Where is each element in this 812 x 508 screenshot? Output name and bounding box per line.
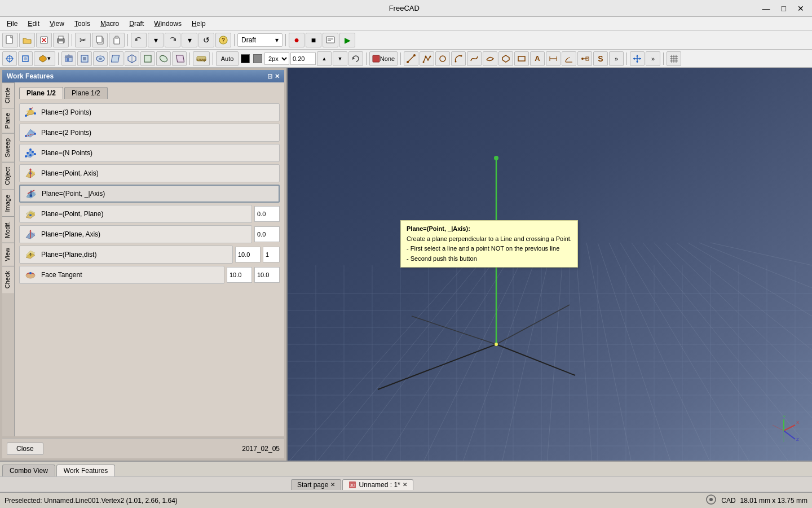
line-value-down[interactable]: ▼ bbox=[333, 51, 347, 66]
plane-2-points-button[interactable]: Plane=(2 Points) bbox=[19, 124, 280, 142]
plane-plax-input[interactable]: 0.0 bbox=[254, 226, 280, 242]
menu-draft[interactable]: Draft bbox=[125, 19, 148, 29]
print-button[interactable] bbox=[53, 33, 69, 47]
vtab-object[interactable]: Object bbox=[2, 162, 14, 190]
close-button[interactable]: ✕ bbox=[794, 4, 807, 13]
line-value-up[interactable]: ▲ bbox=[317, 51, 332, 66]
start-page-close[interactable]: ✕ bbox=[330, 481, 335, 488]
snap-grid-button[interactable] bbox=[667, 51, 681, 66]
new-file-button[interactable] bbox=[2, 33, 18, 47]
auto-button[interactable]: Auto bbox=[216, 51, 239, 66]
text-tool[interactable]: A bbox=[530, 51, 545, 66]
face-tangent-input1[interactable]: 10.0 bbox=[227, 267, 252, 283]
macro-edit-button[interactable] bbox=[323, 33, 338, 47]
angle-tool[interactable] bbox=[562, 51, 576, 66]
vtab-circle[interactable]: Circle bbox=[2, 82, 14, 108]
paste-button[interactable] bbox=[109, 33, 125, 47]
vtab-view[interactable]: View bbox=[2, 243, 14, 266]
wf-float-button[interactable]: ⊡ bbox=[267, 73, 272, 80]
more-tools-1[interactable]: S bbox=[593, 51, 608, 66]
tab-plane-2[interactable]: Plane 1/2 bbox=[64, 87, 108, 99]
view-top[interactable] bbox=[93, 51, 108, 66]
face-tangent-input2[interactable]: 10.0 bbox=[254, 267, 280, 283]
menu-view[interactable]: View bbox=[45, 19, 69, 29]
label-tool[interactable] bbox=[577, 51, 592, 66]
view-back[interactable] bbox=[140, 51, 155, 66]
view-front[interactable] bbox=[77, 51, 92, 66]
toggle-snap[interactable]: snap bbox=[193, 51, 210, 66]
line-tool[interactable] bbox=[404, 51, 418, 66]
wire-tool[interactable] bbox=[420, 51, 434, 66]
line-width-select[interactable]: 2px bbox=[264, 52, 289, 65]
undo-dropdown[interactable]: ▾ bbox=[148, 33, 164, 47]
view-home[interactable] bbox=[61, 51, 76, 66]
view-fit-all[interactable] bbox=[2, 51, 17, 66]
sync-view[interactable] bbox=[348, 51, 363, 66]
plane-point-axis-button[interactable]: Plane=(Point, Axis) bbox=[19, 164, 280, 182]
wf-close-button[interactable]: ✕ bbox=[275, 73, 280, 80]
menu-file[interactable]: File bbox=[2, 19, 22, 29]
open-file-button[interactable] bbox=[19, 33, 35, 47]
vtab-image[interactable]: Image bbox=[2, 190, 14, 217]
view-left[interactable] bbox=[172, 51, 187, 66]
redo-dropdown[interactable]: ▾ bbox=[182, 33, 197, 47]
plane-plane-axis-button[interactable]: Plane=(Plane, Axis) bbox=[19, 225, 252, 243]
menu-windows[interactable]: Windows bbox=[149, 19, 186, 29]
menu-macro[interactable]: Macro bbox=[96, 19, 123, 29]
refresh-button[interactable]: ↺ bbox=[198, 33, 214, 47]
plane-3-points-button[interactable]: Plane=(3 Points) bbox=[19, 103, 280, 121]
arc-tool[interactable] bbox=[451, 51, 466, 66]
3d-viewport[interactable]: Plane=(Point, _|Axis): Create a plane pe… bbox=[288, 68, 812, 461]
vtab-check[interactable]: Check bbox=[2, 266, 14, 293]
minimize-button[interactable]: — bbox=[759, 4, 774, 13]
stop-button[interactable]: ■ bbox=[306, 33, 321, 47]
circle-tool[interactable] bbox=[435, 51, 450, 66]
cut-button[interactable]: ✂ bbox=[75, 33, 91, 47]
plane-point-plane-button[interactable]: Plane=(Point, Plane) bbox=[19, 205, 252, 223]
close-file-button[interactable] bbox=[36, 33, 52, 47]
menu-edit[interactable]: Edit bbox=[23, 19, 44, 29]
start-page-tab[interactable]: Start page ✕ bbox=[291, 479, 341, 490]
menu-help[interactable]: Help bbox=[187, 19, 210, 29]
workbench-dropdown[interactable]: Draft ▾ bbox=[237, 33, 283, 47]
view-isometric[interactable] bbox=[125, 51, 139, 66]
unnamed-close[interactable]: ✕ bbox=[403, 481, 407, 488]
face-tangent-button[interactable]: Face Tangent bbox=[19, 266, 224, 284]
none-button[interactable]: None bbox=[369, 51, 398, 66]
unnamed-tab[interactable]: 3D Unnamed : 1* ✕ bbox=[342, 479, 413, 490]
plane-point-perp-axis-button[interactable]: Plane=(Point, _|Axis) bbox=[19, 185, 280, 203]
undo-button[interactable] bbox=[131, 33, 147, 47]
plane-pp-input[interactable]: 0.0 bbox=[254, 206, 280, 222]
close-panel-button[interactable]: Close bbox=[7, 443, 43, 455]
titlebar-controls[interactable]: — □ ✕ bbox=[759, 4, 807, 13]
vtab-plane[interactable]: Plane bbox=[2, 108, 14, 133]
tab-plane-1[interactable]: Plane 1/2 bbox=[19, 87, 63, 99]
combo-view-tab[interactable]: Combo View bbox=[2, 465, 55, 476]
copy-button[interactable] bbox=[92, 33, 108, 47]
redo-button[interactable] bbox=[165, 33, 180, 47]
menu-tools[interactable]: Tools bbox=[70, 19, 95, 29]
plane-n-points-button[interactable]: Plane=(N Points) bbox=[19, 144, 280, 162]
spline-tool[interactable] bbox=[467, 51, 482, 66]
plane-pld-input2[interactable]: 1 bbox=[263, 247, 280, 262]
fill-color-swatch[interactable] bbox=[253, 54, 262, 63]
view-mode-dropdown[interactable]: ▾ bbox=[34, 51, 55, 66]
record-button[interactable]: ● bbox=[289, 33, 304, 47]
view-bottom[interactable] bbox=[156, 51, 171, 66]
plane-pld-input1[interactable]: 10.0 bbox=[235, 247, 261, 262]
view-fit-sel[interactable] bbox=[18, 51, 33, 66]
dimension-tool[interactable] bbox=[546, 51, 561, 66]
vtab-sweep[interactable]: Sweep bbox=[2, 133, 14, 162]
maximize-button[interactable]: □ bbox=[778, 4, 789, 13]
plane-plane-dist-button[interactable]: Plane=(Plane,dist) bbox=[19, 246, 233, 264]
move-tool[interactable] bbox=[630, 51, 645, 66]
vtab-modif[interactable]: Modif. bbox=[2, 216, 14, 243]
view-right[interactable] bbox=[109, 51, 123, 66]
rectangle-tool[interactable] bbox=[514, 51, 529, 66]
line-color-swatch[interactable] bbox=[241, 54, 250, 63]
polygon-tool[interactable] bbox=[498, 51, 513, 66]
play-macro-button[interactable]: ▶ bbox=[339, 33, 355, 47]
help-whatsthis-button[interactable]: ? bbox=[215, 33, 231, 47]
bspline-tool[interactable] bbox=[483, 51, 497, 66]
work-features-tab[interactable]: Work Features bbox=[56, 465, 115, 476]
